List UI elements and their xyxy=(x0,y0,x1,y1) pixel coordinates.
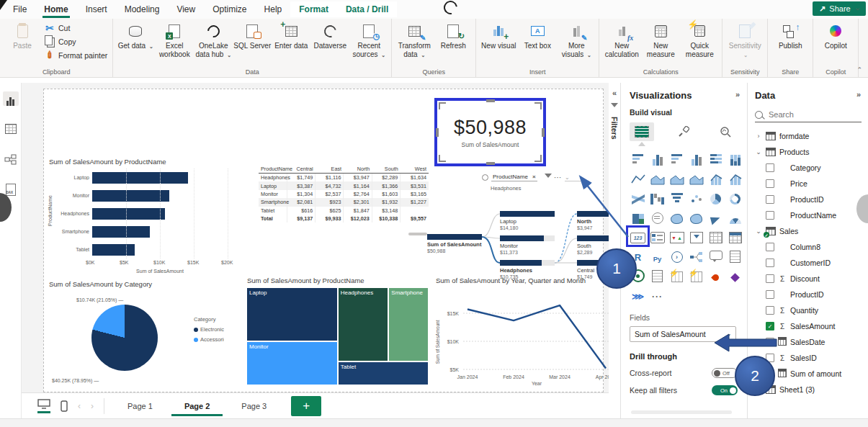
bar-row-headphones[interactable]: Headphones xyxy=(48,204,256,223)
data-field-productid[interactable]: ProductID xyxy=(755,287,868,302)
matrix-row-headphones[interactable]: Headphones$1,749$1,116$3,947$2,289$1,634 xyxy=(259,174,429,182)
filters-pane-label[interactable]: Filters xyxy=(610,117,619,140)
matrix-visual[interactable]: ProductNameCentralEastNorthSouthWestHead… xyxy=(259,165,429,231)
python-visual-icon[interactable]: Py xyxy=(649,248,666,263)
ribbon-tab-home[interactable]: Home xyxy=(35,1,76,17)
copilot-button[interactable]: Copilot xyxy=(816,20,855,53)
arcgis-maps-icon[interactable] xyxy=(707,268,724,282)
checkbox-productid[interactable] xyxy=(766,290,774,299)
data-field-category[interactable]: Category xyxy=(755,160,868,176)
bar-chart-visual[interactable]: Sum of SalesAmount by ProductName Laptop… xyxy=(48,158,256,282)
checkbox-productname[interactable] xyxy=(766,211,774,220)
stacked-column-chart-icon[interactable] xyxy=(649,151,666,166)
table-view-icon[interactable] xyxy=(3,122,19,136)
search-input[interactable] xyxy=(767,109,856,120)
expand-pane-icon[interactable]: » xyxy=(735,90,740,99)
bar-monitor[interactable] xyxy=(92,190,169,202)
enter-data-button[interactable]: +Enter data xyxy=(272,20,310,53)
legend-item-electronics[interactable]: Electronics xyxy=(194,326,224,333)
ribbon-chart-icon[interactable] xyxy=(630,190,646,204)
mobile-view-button[interactable] xyxy=(61,400,68,412)
bar-row-monitor[interactable]: Monitor xyxy=(48,186,256,204)
ribbon-tab-insert[interactable]: Insert xyxy=(77,1,116,17)
quick-measure-button[interactable]: ⚡Quick measure xyxy=(680,20,719,60)
data-field-salesamount[interactable]: ✓ΣSalesAmount xyxy=(755,318,868,334)
power-apps-icon[interactable]: ⚡ xyxy=(668,268,685,282)
decomp-node-monitor[interactable]: Monitor$11,373 xyxy=(500,235,555,256)
data-field-quantity[interactable]: ΣQuantity xyxy=(755,302,868,318)
get-more-visuals-icon[interactable]: ··· xyxy=(649,287,666,302)
chevron-right-icon[interactable]: › xyxy=(755,132,762,140)
treemap-icon[interactable] xyxy=(630,210,646,224)
decomposition-tree-icon[interactable] xyxy=(688,248,704,263)
selection-handle[interactable] xyxy=(436,128,439,137)
collapse-pane-icon[interactable]: « xyxy=(612,89,617,97)
page-tab-page-3[interactable]: Page 3 xyxy=(225,396,282,416)
selection-handle[interactable] xyxy=(486,162,495,165)
matrix-row-monitor[interactable]: Monitor$1,304$2,537$2,764$1,603$3,165 xyxy=(259,190,429,198)
filters-funnel-icon[interactable] xyxy=(611,103,618,111)
card-visual[interactable]: $50,988 Sum of SalesAmount xyxy=(434,98,546,166)
smart-narrative-icon[interactable] xyxy=(727,248,743,263)
filled-map-icon[interactable] xyxy=(668,210,685,224)
matrix-row-tablet[interactable]: Tablet$616$625$1,847$3,148 xyxy=(259,207,429,215)
format-painter-button[interactable]: ✐Format painter xyxy=(42,49,109,61)
checkbox-column8[interactable] xyxy=(766,243,774,251)
new-measure-button[interactable]: New measure xyxy=(641,20,680,60)
refresh-button[interactable]: ↻Refresh xyxy=(434,20,473,53)
treemap-tile-laptop[interactable]: Laptop xyxy=(246,287,338,341)
chevron-down-icon[interactable]: ⌄ xyxy=(755,228,762,235)
desktop-view-button[interactable] xyxy=(37,399,50,413)
cut-button[interactable]: ✂Cut xyxy=(42,22,109,34)
map-icon[interactable] xyxy=(649,210,666,224)
data-field-customerid[interactable]: CustomerID xyxy=(755,255,868,271)
checkbox-customerid[interactable] xyxy=(766,259,774,267)
line-chart-icon[interactable] xyxy=(630,171,646,185)
kpi-icon[interactable]: ▼▲ xyxy=(668,229,685,243)
100-stacked-bar-chart-icon[interactable] xyxy=(707,151,724,166)
paste-button[interactable]: Paste xyxy=(3,20,42,53)
clustered-bar-chart-icon[interactable] xyxy=(668,151,685,166)
checkbox-quantity[interactable] xyxy=(766,306,774,315)
shape-map-icon[interactable] xyxy=(688,210,704,224)
selection-handle[interactable] xyxy=(486,99,495,102)
line-and-clustered-column-chart-icon[interactable] xyxy=(727,171,743,185)
treemap-visual[interactable]: Sum of SalesAmount by ProductName Laptop… xyxy=(246,275,430,389)
ribbon-tab-view[interactable]: View xyxy=(168,1,204,17)
cross-report-toggle[interactable]: Off xyxy=(712,368,738,378)
new-page-button[interactable]: + xyxy=(291,396,321,416)
ribbon-tab-modeling[interactable]: Modeling xyxy=(116,1,169,17)
data-field-productname[interactable]: ProductName xyxy=(755,207,868,223)
matrix-column-east[interactable]: East xyxy=(316,165,344,174)
data-field-price[interactable]: Price xyxy=(755,176,868,192)
bar-row-smartphone[interactable]: Smartphone xyxy=(48,223,256,241)
expand-pane-icon[interactable]: » xyxy=(856,90,861,99)
gauge-icon[interactable] xyxy=(727,210,743,224)
key-influencers-icon[interactable]: › xyxy=(668,248,685,263)
get-data-button[interactable]: Get data ⌄ xyxy=(116,20,155,53)
page-tab-page-1[interactable]: Page 1 xyxy=(112,396,169,416)
card-icon[interactable]: 123 xyxy=(630,229,646,243)
publish-button[interactable]: ↑Publish xyxy=(771,20,810,53)
matrix-row-laptop[interactable]: Laptop$3,387$4,732$1,164$1,366$3,531 xyxy=(259,181,429,189)
onelake-data-hub-button[interactable]: OneLake data hub ⌄ xyxy=(194,20,233,60)
selection-handle[interactable] xyxy=(439,102,446,109)
clustered-column-chart-icon[interactable] xyxy=(688,151,704,166)
data-table-formdate[interactable]: ›formdate xyxy=(755,128,868,144)
data-field-discount[interactable]: ΣDiscount xyxy=(755,271,868,287)
selection-handle[interactable] xyxy=(542,128,545,137)
fields-well-sum-of-salesamount[interactable]: Sum of SalesAmount ⌄ xyxy=(630,326,736,342)
sql-server-button[interactable]: SQL Server xyxy=(233,20,272,53)
share-button[interactable]: ↗ Share ⌵ xyxy=(813,1,866,16)
multi-row-card-icon[interactable] xyxy=(649,229,666,243)
selection-handle[interactable] xyxy=(534,155,542,162)
selection-handle[interactable] xyxy=(439,155,446,162)
keep-all-filters-toggle[interactable]: On xyxy=(712,385,738,395)
checkbox-discount[interactable] xyxy=(766,274,774,283)
pie-slices[interactable] xyxy=(91,305,158,371)
bar-row-tablet[interactable]: Tablet xyxy=(48,241,256,259)
new-calculation-button[interactable]: fxNew calculation xyxy=(602,20,641,60)
decomp-node-laptop[interactable]: Laptop$14,180 xyxy=(500,211,555,231)
matrix-column-north[interactable]: North xyxy=(344,165,372,174)
chevron-right-icon[interactable]: › xyxy=(755,338,762,346)
